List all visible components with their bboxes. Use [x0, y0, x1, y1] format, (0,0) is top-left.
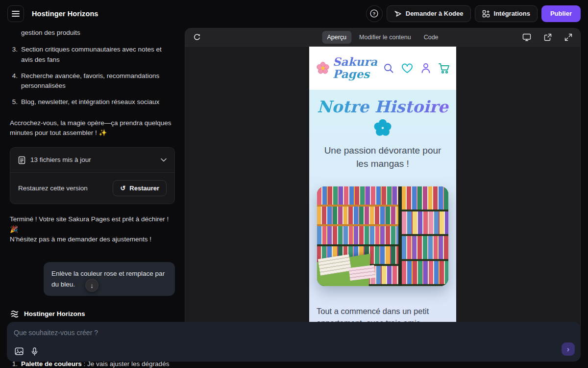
- microphone-icon[interactable]: [31, 347, 38, 356]
- search-icon[interactable]: [383, 63, 394, 74]
- feature-item: 3. Section critiques communautaires avec…: [10, 45, 175, 65]
- preview-viewport: Sakura Pages: [185, 47, 580, 361]
- site-subheading: Une passion dévorante pour les mangas !: [321, 144, 444, 171]
- files-updated-label: 13 fichiers mis à jour: [30, 155, 91, 165]
- composer-tools: [15, 347, 38, 356]
- refresh-icon[interactable]: [193, 33, 201, 41]
- feature-number: 5.: [10, 97, 18, 107]
- image-upload-icon[interactable]: [15, 347, 24, 356]
- account-user-icon[interactable]: [421, 63, 431, 74]
- horizons-logo-icon: [10, 310, 20, 318]
- svg-text:?: ?: [373, 11, 376, 16]
- chat-panel: gestion des produits 3. Section critique…: [0, 27, 185, 368]
- integrations-label: Intégrations: [494, 10, 530, 17]
- file-icon: [18, 156, 25, 164]
- site-page: Sakura Pages: [309, 47, 456, 361]
- publish-button[interactable]: Publier: [541, 5, 581, 22]
- done-line-2: N’hésitez pas à me demander des ajusteme…: [10, 236, 151, 243]
- chevron-down-icon[interactable]: [161, 158, 167, 162]
- restore-label: Restaurez cette version: [18, 184, 88, 193]
- site-brand-name: Sakura Pages: [333, 56, 377, 80]
- top-bar: Hostinger Horizons ? Demander à Kodee In…: [0, 0, 588, 27]
- site-header-icons: [377, 63, 450, 74]
- files-updated-row[interactable]: 13 fichiers mis à jour: [10, 148, 174, 172]
- manga-shelves-photo: [317, 186, 448, 286]
- help-icon: ?: [370, 9, 378, 18]
- bookshelf-right: [402, 186, 448, 286]
- chat-input[interactable]: [14, 329, 574, 337]
- user-message-bubble: Enlève la couleur rose et remplace par d…: [44, 262, 175, 296]
- scroll-to-bottom-button[interactable]: ↓: [85, 279, 98, 292]
- restore-button[interactable]: ↺ Restaurer: [113, 180, 167, 196]
- assistant-message: Accrochez-vous, la magie opère—ça prendr…: [10, 118, 175, 138]
- cart-icon[interactable]: [438, 63, 450, 74]
- help-button[interactable]: ?: [366, 5, 383, 22]
- topbar-actions: ? Demander à Kodee Intégrations Publier: [366, 5, 581, 22]
- wishlist-heart-icon[interactable]: [401, 63, 413, 74]
- feature-text: Recherche avancée, favoris, recommandati…: [21, 71, 175, 91]
- feature-number: 3.: [10, 45, 18, 65]
- preview-tabs: Aperçu Modifier le contenu Code: [322, 31, 443, 44]
- teal-flower-icon: [373, 118, 392, 137]
- assistant-message: Terminé ! Votre site Sakura Pages est pr…: [10, 214, 175, 244]
- fullscreen-icon[interactable]: [564, 33, 572, 41]
- restore-button-label: Restaurer: [129, 184, 159, 192]
- done-line-1: Terminé ! Votre site Sakura Pages est pr…: [10, 215, 169, 233]
- site-heading: Notre Histoire: [309, 97, 456, 116]
- kodee-icon: [394, 10, 402, 18]
- assistant-header: Hostinger Horizons: [10, 309, 175, 319]
- site-main: Notre Histoire Une passion dévorante pou…: [309, 90, 456, 361]
- ask-kodee-label: Demander à Kodee: [406, 10, 464, 17]
- send-button[interactable]: ›: [562, 342, 575, 356]
- brand-line-1: Sakura: [333, 56, 377, 68]
- feature-number: 4.: [10, 71, 18, 91]
- feature-item: 5. Blog, newsletter, et intégration rése…: [10, 97, 175, 107]
- device-monitor-icon[interactable]: [522, 33, 531, 41]
- ask-kodee-button[interactable]: Demander à Kodee: [387, 5, 471, 22]
- chat-composer: ›: [7, 322, 581, 362]
- preview-toolbar: Aperçu Modifier le contenu Code: [185, 28, 580, 47]
- feature-list-overflow: gestion des produits: [21, 28, 175, 38]
- files-updated-card: 13 fichiers mis à jour Restaurez cette v…: [10, 147, 175, 204]
- hamburger-icon: [12, 10, 20, 17]
- brand-line-2: Pages: [333, 68, 377, 80]
- feature-text: Section critiques communautaires avec no…: [21, 45, 175, 65]
- tab-modifier-le-contenu[interactable]: Modifier le contenu: [354, 31, 416, 44]
- site-header: Sakura Pages: [309, 47, 456, 90]
- arrow-down-icon: ↓: [90, 282, 94, 289]
- site-brand[interactable]: Sakura Pages: [316, 56, 377, 80]
- feature-item: 4. Recherche avancée, favoris, recommand…: [10, 71, 175, 91]
- preview-panel: Aperçu Modifier le contenu Code: [185, 28, 581, 361]
- preview-actions: [522, 33, 572, 41]
- integrations-button[interactable]: Intégrations: [475, 5, 538, 22]
- assistant-name: Hostinger Horizons: [24, 309, 85, 319]
- tab-code[interactable]: Code: [419, 31, 443, 44]
- feature-text: Blog, newsletter, et intégration réseaux…: [21, 97, 159, 107]
- send-icon: ›: [567, 345, 569, 353]
- restore-icon: ↺: [120, 184, 125, 192]
- integrations-icon: [482, 10, 490, 18]
- sakura-flower-icon: [316, 61, 330, 76]
- tab-apercu[interactable]: Aperçu: [322, 31, 351, 44]
- menu-button[interactable]: [7, 5, 24, 22]
- open-external-icon[interactable]: [544, 33, 552, 41]
- app-title: Hostinger Horizons: [32, 10, 98, 18]
- restore-row: Restaurez cette version ↺ Restaurer: [10, 173, 174, 204]
